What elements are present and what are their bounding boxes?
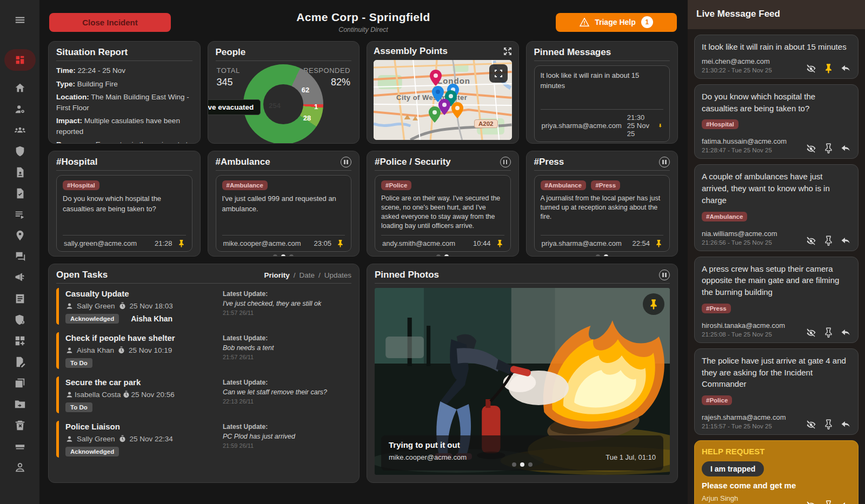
pin-icon[interactable] (823, 419, 834, 429)
pause-icon[interactable] (659, 270, 670, 280)
feed-message-time: 21:25:08 - Tue 25 Nov 25 (702, 331, 785, 338)
admin-shield-icon (14, 314, 26, 326)
map-pin-green[interactable] (429, 106, 441, 123)
carousel-dot[interactable] (289, 254, 294, 257)
task-row[interactable]: Casualty Update Sally Green 25 Nov 18:03… (56, 288, 351, 325)
task-row[interactable]: Police Liaison Sally Green 25 Nov 22:34 … (56, 421, 351, 458)
assembly-points-card: Assembly Points (367, 41, 519, 144)
sidebar-item-delete[interactable] (13, 418, 27, 432)
photo-pin-button[interactable] (643, 293, 664, 315)
tag-badge: #Ambulance (222, 180, 268, 190)
hide-icon[interactable] (806, 63, 816, 73)
pin-icon[interactable] (337, 239, 344, 247)
trash-delete-icon (14, 419, 26, 431)
carousel-dot[interactable] (596, 254, 600, 257)
sidebar-item-forum[interactable] (13, 250, 27, 264)
task-row[interactable]: Secure the car park Isabella Costa 25 No… (56, 377, 351, 413)
pause-icon[interactable] (500, 157, 511, 167)
feed-list[interactable]: It look like it will rain in about 15 mi… (688, 29, 865, 504)
pin-icon[interactable] (823, 500, 834, 504)
channel-message[interactable]: #Police Police are on their way. I've se… (375, 175, 511, 252)
task-extra: Aisha Khan (131, 314, 172, 323)
feed-message[interactable]: Do you know which hospital the casualtie… (694, 84, 859, 159)
sidebar-item-dashboard[interactable] (4, 49, 36, 71)
carousel-dots (534, 254, 670, 257)
hide-icon[interactable] (806, 327, 816, 338)
map-pin-crimson[interactable] (430, 70, 442, 86)
pin-icon[interactable] (496, 239, 503, 247)
channel-message[interactable]: #Ambulance I've just called 999 and requ… (216, 175, 352, 252)
pin-icon[interactable] (823, 143, 834, 153)
sidebar-item-home[interactable] (13, 81, 27, 95)
reply-icon[interactable] (841, 327, 851, 338)
pin-icon[interactable] (823, 63, 834, 73)
assembly-points-map[interactable]: London City of Westminster A202 (374, 60, 512, 140)
channel-message-time: 10:44 (473, 239, 491, 247)
channel-message[interactable]: #Ambulance #Press A journalist from the … (534, 175, 670, 252)
channel-message[interactable]: #Hospital Do you know which hospital the… (56, 175, 192, 252)
reply-icon[interactable] (841, 63, 851, 73)
menu-icon[interactable] (13, 13, 27, 27)
pinned-message[interactable]: It look like it will rain in about 15 mi… (534, 65, 670, 142)
hide-icon[interactable] (806, 500, 816, 504)
reply-icon[interactable] (841, 236, 851, 246)
sidebar-item-edit-document[interactable] (13, 355, 27, 369)
home-icon (14, 82, 26, 94)
help-request-card[interactable]: HELP REQUEST I am trapped Please come an… (694, 440, 859, 504)
carousel-dot-active[interactable] (604, 254, 608, 257)
pause-icon[interactable] (341, 157, 351, 167)
feed-message-text: Do you know which hospital the casualtie… (702, 91, 851, 115)
sidebar-item-task[interactable] (13, 186, 27, 200)
expand-icon[interactable] (503, 47, 512, 56)
sidebar-item-grid-add[interactable] (13, 334, 27, 348)
map-pin-orange[interactable] (451, 102, 463, 118)
folder-move-icon (14, 398, 26, 410)
pin-icon[interactable] (823, 327, 834, 338)
feed-message[interactable]: A couple of ambulances have just arrived… (694, 164, 859, 251)
sidebar-item-location[interactable] (13, 229, 27, 243)
sidebar-item-shield[interactable] (13, 144, 27, 158)
reply-icon[interactable] (841, 419, 851, 429)
task-assignee: Sally Green (77, 302, 115, 310)
sidebar-item-table-view[interactable] (13, 376, 27, 390)
close-incident-button[interactable]: Close Incident (49, 13, 171, 32)
sort-date[interactable]: Date (299, 271, 315, 279)
sidebar-item-megaphone[interactable] (13, 271, 27, 285)
pin-icon[interactable] (658, 122, 662, 130)
reply-icon[interactable] (841, 500, 851, 504)
triage-help-button[interactable]: Triage Help 1 (556, 13, 677, 32)
sidebar-item-article[interactable] (13, 292, 27, 306)
sidebar-item-manage-accounts[interactable] (13, 102, 27, 116)
carousel-dot-active[interactable] (520, 462, 524, 467)
feed-message[interactable]: It look like it will rain in about 15 mi… (694, 35, 859, 79)
map-fullscreen-button[interactable] (489, 64, 508, 83)
hide-icon[interactable] (806, 419, 816, 429)
pause-icon[interactable] (659, 157, 670, 167)
carousel-dot[interactable] (512, 462, 516, 467)
pin-icon[interactable] (823, 236, 834, 246)
feed-message[interactable]: A press crew has setup their camera oppo… (694, 257, 859, 343)
sidebar-item-admin-panel[interactable] (13, 313, 27, 327)
feed-message[interactable]: The police have just arrive at gate 4 an… (694, 348, 859, 435)
hide-icon[interactable] (806, 236, 816, 246)
pinned-photo[interactable]: Trying to put it out mike.cooper@acme.co… (375, 288, 670, 475)
sidebar-item-account[interactable] (13, 460, 27, 474)
pin-icon[interactable] (178, 239, 185, 247)
hide-icon[interactable] (806, 143, 816, 153)
sort-updates[interactable]: Updates (324, 271, 351, 279)
pin-icon[interactable] (655, 239, 662, 247)
carousel-dot[interactable] (436, 254, 441, 257)
carousel-dot-active[interactable] (444, 254, 449, 257)
carousel-dot[interactable] (273, 254, 277, 257)
reply-icon[interactable] (841, 143, 851, 153)
carousel-dot-active[interactable] (281, 254, 285, 257)
sidebar-item-dock[interactable] (13, 439, 27, 453)
task-row[interactable]: Check if people have shelter Aisha Khan … (56, 332, 351, 369)
sort-priority[interactable]: Priority (264, 271, 289, 279)
sidebar-item-playlist[interactable] (13, 207, 27, 221)
task-assignee: Sally Green (77, 435, 115, 443)
sidebar-item-groups[interactable] (13, 123, 27, 137)
sidebar-item-contact-page[interactable] (13, 165, 27, 179)
sidebar-item-folder-move[interactable] (13, 397, 27, 411)
carousel-dot[interactable] (528, 462, 533, 467)
